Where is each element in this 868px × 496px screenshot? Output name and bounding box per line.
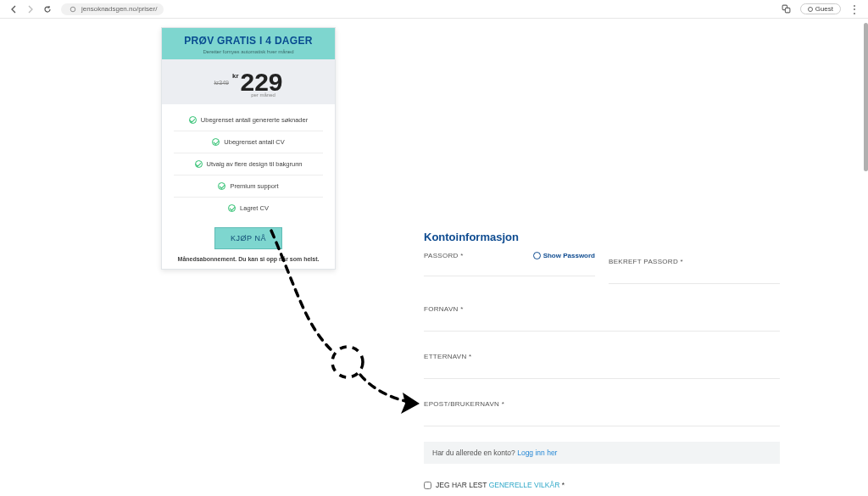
terms-link[interactable]: GENERELLE VILKÅR: [489, 481, 560, 489]
svg-rect-2: [786, 8, 791, 13]
translate-icon[interactable]: [782, 4, 792, 14]
feature-item: Ubegrenset antall CV: [174, 131, 323, 153]
password-field-group: PASSORD * Show Password: [424, 252, 595, 284]
feature-text: Ubegrenset antall CV: [224, 138, 284, 146]
feature-text: Ubegrenset antall genererte søknader: [201, 116, 308, 124]
check-icon: [195, 160, 203, 168]
firstname-label: FORNAVN *: [424, 305, 464, 313]
terms-suffix: *: [559, 481, 565, 489]
check-icon: [218, 182, 225, 190]
login-link[interactable]: Logg inn her: [517, 449, 557, 457]
back-icon[interactable]: [8, 4, 19, 14]
address-bar[interactable]: jensoknadsgen.no/priser/: [61, 3, 164, 15]
check-icon: [212, 138, 220, 146]
price-value: 229: [241, 70, 283, 95]
forward-icon[interactable]: [25, 4, 36, 14]
lastname-input[interactable]: [424, 362, 780, 379]
firstname-input[interactable]: [424, 315, 780, 332]
feature-list: Ubegrenset antall genererte søknader Ube…: [162, 104, 335, 222]
check-icon: [189, 116, 197, 124]
strike-price: kr349: [214, 80, 229, 86]
lastname-field-group: ETTERNAVN *: [424, 347, 780, 379]
already-account-bar: Har du allerede en konto? Logg inn her: [424, 442, 780, 464]
email-input[interactable]: [424, 410, 780, 426]
already-account-text: Har du allerede en konto?: [432, 449, 517, 457]
feature-text: Utvalg av flere design til bakgrunn: [207, 160, 303, 168]
flow-arrow-icon: [246, 222, 441, 421]
url-text: jensoknadsgen.no/priser/: [81, 5, 157, 13]
terms-checkbox[interactable]: [424, 482, 431, 489]
firstname-field-group: FORNAVN *: [424, 299, 780, 332]
feature-text: Premium support: [230, 182, 278, 190]
page-viewport: PRØV GRATIS I 4 DAGER Deretter fornyes a…: [0, 19, 868, 496]
password-input[interactable]: [424, 259, 595, 276]
browser-chrome: jensoknadsgen.no/priser/ Guest ⋮: [0, 0, 868, 19]
account-form: Kontoinformasjon PASSORD * Show Password…: [424, 231, 780, 496]
feature-item: Ubegrenset antall genererte søknader: [174, 109, 323, 131]
card-subtitle: Deretter fornyes automatisk hver måned: [165, 49, 331, 54]
email-field-group: EPOST/BRUKERNAVN *: [424, 394, 780, 426]
feature-item: Lagret CV: [174, 198, 323, 219]
card-header: PRØV GRATIS I 4 DAGER Deretter fornyes a…: [162, 28, 335, 59]
confirm-password-input[interactable]: [609, 267, 780, 284]
terms-row: JEG HAR LEST GENERELLE VILKÅR *: [424, 481, 780, 489]
show-password-text: Show Password: [543, 252, 595, 259]
confirm-password-field-group: BEKREFT PASSORD *: [609, 252, 780, 284]
profile-avatar-icon: [808, 7, 813, 12]
show-password-toggle[interactable]: Show Password: [533, 252, 595, 259]
feature-text: Lagret CV: [240, 204, 269, 212]
svg-point-3: [332, 347, 363, 377]
currency-label: kr: [232, 72, 239, 80]
terms-prefix: JEG HAR LEST: [436, 481, 489, 489]
profile-label: Guest: [815, 5, 833, 13]
password-label: PASSORD *: [424, 252, 464, 259]
scrollbar-thumb[interactable]: [864, 23, 868, 171]
email-label: EPOST/BRUKERNAVN *: [424, 400, 504, 408]
kebab-menu-icon[interactable]: ⋮: [849, 3, 860, 15]
svg-point-0: [70, 7, 75, 12]
reload-icon[interactable]: [42, 4, 53, 14]
price-block: kr349 kr 229 per måned: [162, 59, 335, 104]
lastname-label: ETTERNAVN *: [424, 353, 472, 360]
card-title: PRØV GRATIS I 4 DAGER: [165, 35, 331, 47]
site-info-icon: [68, 4, 78, 14]
check-icon: [228, 204, 236, 212]
feature-item: Premium support: [174, 176, 323, 198]
profile-pill[interactable]: Guest: [800, 3, 841, 14]
section-title: Kontoinformasjon: [424, 231, 780, 243]
eye-icon: [533, 252, 541, 259]
confirm-password-label: BEKREFT PASSORD *: [609, 258, 683, 265]
feature-item: Utvalg av flere design til bakgrunn: [174, 153, 323, 176]
